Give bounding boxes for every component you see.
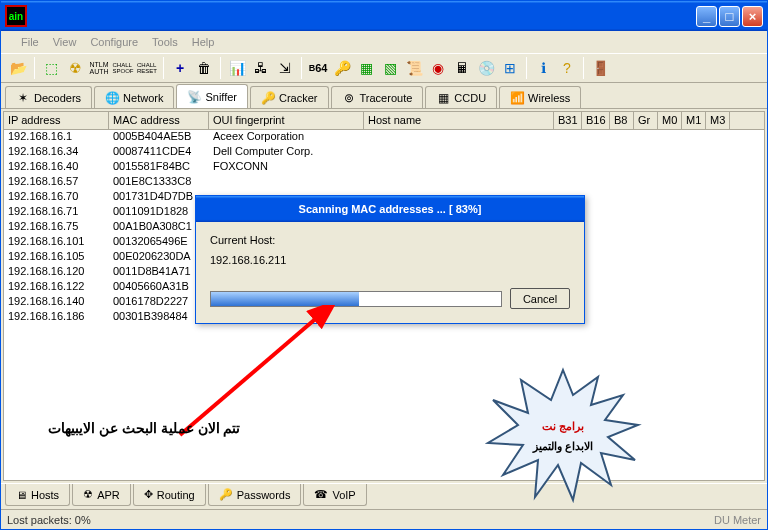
- chart-icon[interactable]: 📊: [226, 57, 248, 79]
- calc-icon[interactable]: 🖩: [451, 57, 473, 79]
- column-header[interactable]: M0: [658, 112, 682, 129]
- network-icon: 🌐: [105, 91, 119, 105]
- maximize-button[interactable]: □: [719, 6, 740, 27]
- routing-icon: ✥: [144, 488, 153, 501]
- table-row[interactable]: 192.168.16.10005B404AE5BAceex Corporatio…: [4, 130, 764, 145]
- tab-wireless[interactable]: 📶Wireless: [499, 86, 581, 108]
- menu-file[interactable]: File: [21, 36, 39, 48]
- wireless-icon: 📶: [510, 91, 524, 105]
- cd-icon[interactable]: 💿: [475, 57, 497, 79]
- add-icon[interactable]: +: [169, 57, 191, 79]
- status-right: DU Meter: [714, 514, 761, 526]
- menubar: File View Configure Tools Help: [1, 31, 767, 53]
- column-header[interactable]: MAC address: [109, 112, 209, 129]
- hash-icon[interactable]: ⊞: [499, 57, 521, 79]
- decoders-icon: ✶: [16, 91, 30, 105]
- tab-network[interactable]: 🌐Network: [94, 86, 174, 108]
- tab-traceroute[interactable]: ⊚Traceroute: [331, 86, 424, 108]
- current-host-value: 192.168.16.211: [210, 254, 570, 266]
- sniffer-icon: 📡: [187, 90, 201, 104]
- minimize-button[interactable]: _: [696, 6, 717, 27]
- key-icon[interactable]: 🔑: [331, 57, 353, 79]
- tabs-bottom: 🖥Hosts☢APR✥Routing🔑Passwords☎VoIP: [1, 483, 767, 509]
- column-header[interactable]: M3: [706, 112, 730, 129]
- cracker-icon: 🔑: [261, 91, 275, 105]
- tab-cracker[interactable]: 🔑Cracker: [250, 86, 329, 108]
- open-icon[interactable]: 📂: [7, 57, 29, 79]
- net-icon[interactable]: 🖧: [250, 57, 272, 79]
- box1-icon[interactable]: ▦: [355, 57, 377, 79]
- titlebar[interactable]: ain _ □ ×: [1, 1, 767, 31]
- tabs-top: ✶Decoders🌐Network📡Sniffer🔑Cracker⊚Tracer…: [1, 83, 767, 109]
- radiation-icon[interactable]: ☢: [64, 57, 86, 79]
- cancel-button[interactable]: Cancel: [510, 288, 570, 309]
- tab-sniffer[interactable]: 📡Sniffer: [176, 84, 248, 108]
- progress-fill: [211, 292, 359, 306]
- exit-icon[interactable]: 🚪: [589, 57, 611, 79]
- seal-icon[interactable]: ◉: [427, 57, 449, 79]
- bottom-tab-routing[interactable]: ✥Routing: [133, 484, 206, 506]
- passwords-icon: 🔑: [219, 488, 233, 501]
- column-header[interactable]: OUI fingerprint: [209, 112, 364, 129]
- apr-icon: ☢: [83, 488, 93, 501]
- bottom-tab-passwords[interactable]: 🔑Passwords: [208, 484, 302, 506]
- adapter-icon[interactable]: ⬚: [40, 57, 62, 79]
- statusbar: Lost packets: 0% DU Meter: [1, 509, 767, 529]
- toolbar: 📂 ⬚ ☢ NTLMAUTH CHALLSPOOF CHALLRESET + 🗑…: [1, 53, 767, 83]
- column-header[interactable]: B16: [582, 112, 610, 129]
- info-icon[interactable]: ℹ: [532, 57, 554, 79]
- close-button[interactable]: ×: [742, 6, 763, 27]
- tab-ccdu[interactable]: ▦CCDU: [425, 86, 497, 108]
- column-header[interactable]: M1: [682, 112, 706, 129]
- menu-tools[interactable]: Tools: [152, 36, 178, 48]
- hosts-icon: 🖥: [16, 489, 27, 501]
- ccdu-icon: ▦: [436, 91, 450, 105]
- bottom-tab-hosts[interactable]: 🖥Hosts: [5, 484, 70, 506]
- table-row[interactable]: 192.168.16.57001E8C1333C8: [4, 175, 764, 190]
- column-header[interactable]: Host name: [364, 112, 554, 129]
- progress-bar: [210, 291, 502, 307]
- tab-decoders[interactable]: ✶Decoders: [5, 86, 92, 108]
- app-icon: ain: [5, 5, 27, 27]
- cert-icon[interactable]: 📜: [403, 57, 425, 79]
- scan-dialog: Scanning MAC addresses ... [ 83%] Curren…: [195, 195, 585, 324]
- column-header[interactable]: B8: [610, 112, 634, 129]
- export-icon[interactable]: ⇲: [274, 57, 296, 79]
- column-header[interactable]: B31: [554, 112, 582, 129]
- bottom-tab-voip[interactable]: ☎VoIP: [303, 484, 366, 506]
- chall-spoof-icon[interactable]: CHALLSPOOF: [112, 57, 134, 79]
- ntlm-icon[interactable]: NTLMAUTH: [88, 57, 110, 79]
- chall-reset-icon[interactable]: CHALLRESET: [136, 57, 158, 79]
- box2-icon[interactable]: ▧: [379, 57, 401, 79]
- menu-view[interactable]: View: [53, 36, 77, 48]
- table-row[interactable]: 192.168.16.400015581F84BCFOXCONN: [4, 160, 764, 175]
- traceroute-icon: ⊚: [342, 91, 356, 105]
- status-left: Lost packets: 0%: [7, 514, 91, 526]
- column-header[interactable]: IP address: [4, 112, 109, 129]
- menu-configure[interactable]: Configure: [90, 36, 138, 48]
- bottom-tab-apr[interactable]: ☢APR: [72, 484, 131, 506]
- dialog-title[interactable]: Scanning MAC addresses ... [ 83%]: [196, 196, 584, 222]
- delete-icon[interactable]: 🗑: [193, 57, 215, 79]
- current-host-label: Current Host:: [210, 234, 570, 246]
- help-icon[interactable]: ?: [556, 57, 578, 79]
- column-header[interactable]: Gr: [634, 112, 658, 129]
- column-headers[interactable]: IP addressMAC addressOUI fingerprintHost…: [4, 112, 764, 130]
- b64-icon[interactable]: B64: [307, 57, 329, 79]
- table-row[interactable]: 192.168.16.3400087411CDE4Dell Computer C…: [4, 145, 764, 160]
- menu-help[interactable]: Help: [192, 36, 215, 48]
- voip-icon: ☎: [314, 488, 328, 501]
